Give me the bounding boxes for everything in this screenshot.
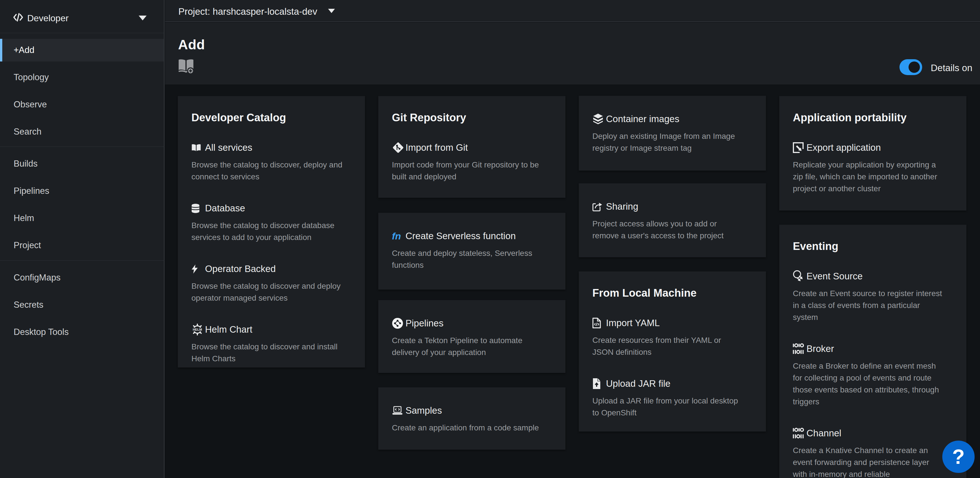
svg-text:HELM: HELM: [193, 328, 202, 331]
